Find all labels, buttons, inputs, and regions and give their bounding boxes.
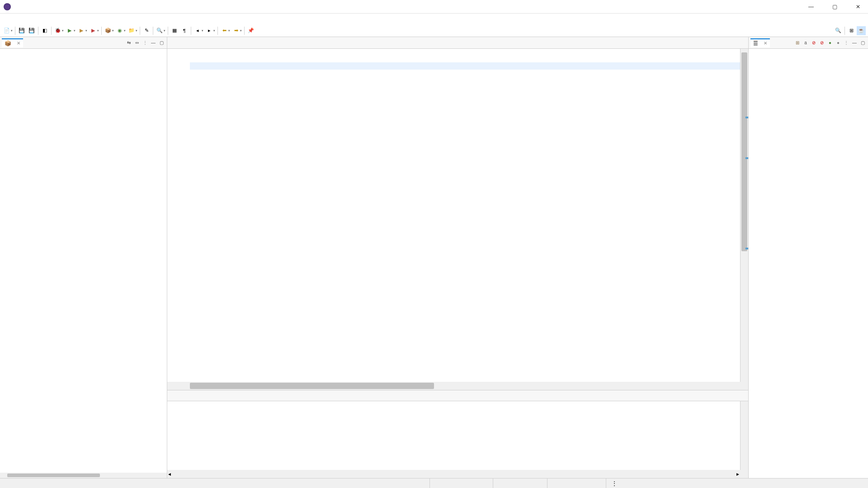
pin-button[interactable]: 📌	[246, 26, 255, 35]
status-insert	[493, 479, 547, 488]
link-editor-button[interactable]: ⇔	[133, 39, 141, 47]
menu-bar	[0, 14, 868, 24]
close-icon[interactable]: ✕	[17, 41, 20, 46]
annotation-ruler[interactable]	[167, 49, 174, 382]
collapse-all-button[interactable]: ⇆	[125, 39, 132, 47]
forward-button[interactable]: ➡	[231, 26, 241, 35]
code-editor[interactable]	[190, 49, 740, 382]
quick-access-button[interactable]: 🔍	[834, 26, 843, 35]
console-tabs	[167, 390, 748, 401]
nav-prev-button[interactable]: ◂	[193, 26, 202, 35]
console-horizontal-scrollbar[interactable]: ◂▸	[167, 470, 748, 478]
hide-fields-button[interactable]: ⊘	[810, 39, 817, 47]
outline-tree[interactable]	[749, 49, 868, 478]
status-blank: ⋮	[606, 479, 868, 488]
nav-next-button[interactable]: ▸	[205, 26, 214, 35]
hide-static-button[interactable]: ⊘	[818, 39, 826, 47]
editor-horizontal-scrollbar[interactable]	[167, 382, 748, 390]
title-bar: — ▢ ✕	[0, 0, 868, 14]
maximize-view-button[interactable]: ▢	[158, 39, 165, 47]
package-explorer-tab[interactable]: 📦 ✕	[2, 38, 23, 47]
console-area: ◂▸	[167, 390, 748, 478]
vertical-scrollbar[interactable]	[740, 49, 748, 382]
debug-button[interactable]: 🐞	[53, 26, 62, 35]
package-explorer-panel: 📦 ✕ ⇆ ⇔ ⋮ — ▢	[0, 37, 167, 478]
wand-button[interactable]: ✎	[142, 26, 151, 35]
ext-tools-button[interactable]: ▶	[89, 26, 98, 35]
close-icon[interactable]: ✕	[764, 41, 767, 46]
toolbar: 📄▾ 💾 💾 ◧ 🐞▾ ▶▾ ▶▾ ▶▾ 📦▾ ◉▾ 📁▾ ✎ 🔍▾ ▦ ¶ ◂…	[0, 24, 868, 37]
outline-tab[interactable]: ☰ ✕	[750, 38, 770, 47]
sort-button[interactable]: a	[802, 39, 809, 47]
maximize-button[interactable]: ▢	[828, 2, 841, 11]
back-button[interactable]: ⬅	[220, 26, 229, 35]
focus-button[interactable]: ⊞	[794, 39, 801, 47]
hide-local-button[interactable]: ●	[835, 39, 842, 47]
coverage-button[interactable]: ▶	[77, 26, 86, 35]
toggle-button[interactable]: ◧	[40, 26, 49, 35]
status-bar: ⋮	[0, 478, 868, 488]
java-perspective-button[interactable]: ☕	[857, 26, 866, 35]
minimize-view-button[interactable]: —	[150, 39, 157, 47]
new-type-button[interactable]: ◉	[115, 26, 124, 35]
close-button[interactable]: ✕	[852, 2, 864, 11]
open-perspective-button[interactable]: ⊞	[847, 26, 856, 35]
outline-icon: ☰	[753, 40, 758, 47]
new-pkg-button[interactable]: 📦	[104, 26, 113, 35]
save-all-button[interactable]: 💾	[27, 26, 36, 35]
search-button[interactable]: 🔍	[155, 26, 164, 35]
view-menu-button[interactable]: ⋮	[843, 39, 850, 47]
maximize-view-button[interactable]: ▢	[859, 39, 866, 47]
view-menu-button[interactable]: ⋮	[142, 39, 149, 47]
console-output[interactable]	[167, 403, 740, 470]
package-tree[interactable]	[0, 49, 167, 473]
horizontal-scrollbar[interactable]	[0, 473, 167, 478]
status-writable	[429, 479, 493, 488]
run-button[interactable]: ▶	[65, 26, 74, 35]
toggle-mark-button[interactable]: ▦	[170, 26, 179, 35]
line-number-ruler[interactable]	[174, 49, 190, 382]
toggle-ws-button[interactable]: ¶	[180, 26, 189, 35]
new-button[interactable]: 📄	[2, 26, 11, 35]
minimize-button[interactable]: —	[805, 2, 817, 11]
save-button[interactable]: 💾	[17, 26, 26, 35]
editor-tabs	[167, 37, 748, 49]
package-explorer-icon: 📦	[5, 40, 11, 47]
console-vertical-scrollbar[interactable]	[740, 401, 748, 470]
new-folder-button[interactable]: 📁	[127, 26, 136, 35]
editor-area: ◂▸	[167, 37, 748, 478]
hide-nonpublic-button[interactable]: ●	[826, 39, 834, 47]
outline-panel: ☰ ✕ ⊞ a ⊘ ⊘ ● ● ⋮ — ▢	[748, 37, 868, 478]
minimize-view-button[interactable]: —	[851, 39, 858, 47]
eclipse-icon	[4, 3, 11, 10]
status-position	[547, 479, 606, 488]
